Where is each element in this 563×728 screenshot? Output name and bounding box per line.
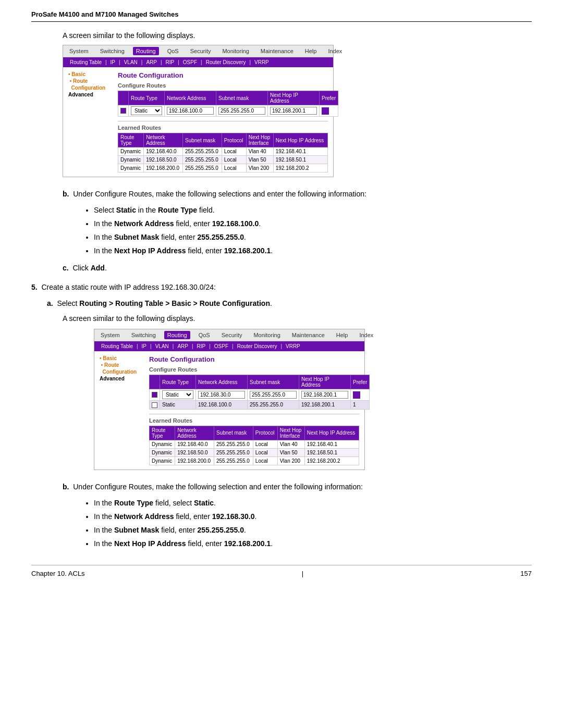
table-row: Dynamic192.168.50.0255.255.255.0LocalVla… bbox=[118, 156, 328, 164]
subnav2-rip[interactable]: RIP bbox=[194, 343, 209, 350]
nav2-route-config[interactable]: • Route bbox=[100, 362, 146, 368]
step-c-text: c. Click Add. bbox=[63, 263, 532, 274]
row2-1-checkbox[interactable] bbox=[152, 392, 157, 398]
subnet-mask-input-2[interactable] bbox=[250, 391, 297, 399]
step-b2-block: b. Under Configure Routes, make the foll… bbox=[63, 482, 532, 549]
doc-header: ProSafe M4100 and M7100 Managed Switches bbox=[31, 10, 532, 22]
nav-qos[interactable]: QoS bbox=[164, 47, 182, 55]
intro-text-2: A screen similar to the following displa… bbox=[63, 314, 532, 323]
lr2-col-network: NetworkAddress bbox=[175, 426, 214, 440]
subnet-mask-input[interactable] bbox=[218, 107, 265, 115]
next-hop-input[interactable] bbox=[270, 107, 317, 115]
nav2-basic[interactable]: • Basic bbox=[100, 355, 146, 361]
col-checkbox-1 bbox=[118, 91, 129, 105]
nav2-system[interactable]: System bbox=[97, 331, 123, 339]
subnav2-ip[interactable]: IP bbox=[139, 343, 149, 350]
subnav-arp[interactable]: ARP bbox=[143, 59, 160, 66]
subnav2-ospf[interactable]: OSPF bbox=[212, 343, 231, 350]
nav-advanced[interactable]: Advanced bbox=[68, 92, 115, 97]
main-content-1: Route Configuration Configure Routes Rou… bbox=[118, 71, 328, 172]
nav-help[interactable]: Help bbox=[302, 47, 320, 55]
configure-routes-table-1: Route Type Network Address Subnet mask N… bbox=[118, 91, 338, 117]
nav2-routing[interactable]: Routing bbox=[164, 331, 190, 339]
section-title-1: Route Configuration bbox=[118, 71, 328, 79]
nav-bar-1: System Switching Routing QoS Security Mo… bbox=[63, 45, 333, 57]
lr2-col-interface: Next HopInterface bbox=[277, 426, 304, 440]
subnav2-vlan[interactable]: VLAN bbox=[153, 343, 172, 350]
list-item: In the Network Address field, enter 192.… bbox=[94, 511, 532, 522]
next-hop-input-2[interactable] bbox=[301, 391, 348, 399]
nav2-index[interactable]: Index bbox=[356, 331, 376, 339]
subnav2-vrrp[interactable]: VRRP bbox=[283, 343, 303, 350]
col-subnet-mask-1: Subnet mask bbox=[216, 91, 268, 105]
row2-2-checkbox[interactable] bbox=[152, 402, 157, 408]
nav-route-config[interactable]: • Route bbox=[68, 78, 115, 84]
step-b-list: Select Static in the Route Type field. I… bbox=[94, 205, 532, 256]
col2-prefer: Prefer bbox=[351, 375, 370, 389]
step-b2-label: b. Under Configure Routes, make the foll… bbox=[63, 482, 532, 492]
list-item: In the Subnet Mask field, enter 255.255.… bbox=[94, 525, 532, 536]
intro-text-1: A screen similar to the following displa… bbox=[63, 31, 532, 40]
subnav2-arp[interactable]: ARP bbox=[175, 343, 191, 350]
subnav-vrrp[interactable]: VRRP bbox=[252, 59, 272, 66]
subnav-rip[interactable]: RIP bbox=[163, 59, 177, 66]
route-type-select[interactable]: Static bbox=[131, 106, 162, 115]
footer-separator: | bbox=[302, 570, 303, 577]
row1-checkbox[interactable] bbox=[120, 108, 126, 114]
nav2-advanced[interactable]: Advanced bbox=[100, 376, 146, 381]
nav-system[interactable]: System bbox=[66, 47, 92, 55]
lr-col-network: NetworkAddress bbox=[144, 133, 183, 147]
lr2-col-nexthop: Next Hop IP Address bbox=[304, 426, 359, 440]
subnav-vlan[interactable]: VLAN bbox=[121, 59, 140, 66]
lr2-col-type: RouteType bbox=[150, 426, 175, 440]
step-c-block: c. Click Add. bbox=[63, 263, 532, 274]
step-5-text: 5. Create a static route with IP address… bbox=[31, 282, 532, 293]
col2-network-address: Network Address bbox=[196, 375, 248, 389]
subnav2-routing-table[interactable]: Routing Table bbox=[99, 343, 136, 350]
lr2-col-protocol: Protocol bbox=[253, 426, 277, 440]
nav-basic[interactable]: • Basic bbox=[68, 71, 115, 77]
nav-switching[interactable]: Switching bbox=[97, 47, 128, 55]
table-row: Dynamic192.168.50.0255.255.255.0LocalVla… bbox=[150, 448, 359, 456]
subnav-routing-table[interactable]: Routing Table bbox=[67, 59, 104, 66]
col-prefer-1: Prefer bbox=[320, 91, 338, 105]
nav2-maintenance[interactable]: Maintenance bbox=[289, 331, 328, 339]
lr-col-nexthop: Next Hop IP Address bbox=[273, 133, 327, 147]
network-address-input-2[interactable] bbox=[198, 391, 245, 399]
list-item: Select Static in the Route Type field. bbox=[94, 205, 532, 216]
doc-footer: Chapter 10. ACLs | 157 bbox=[31, 565, 532, 577]
content-1: • Basic • Route Configuration Advanced R… bbox=[63, 67, 333, 177]
subnav-ospf[interactable]: OSPF bbox=[180, 59, 200, 66]
nav2-qos[interactable]: QoS bbox=[195, 331, 213, 339]
lr-col-mask: Subnet mask bbox=[182, 133, 222, 147]
nav2-monitoring[interactable]: Monitoring bbox=[250, 331, 283, 339]
nav-maintenance[interactable]: Maintenance bbox=[258, 47, 297, 55]
sub-nav-2: Routing Table | IP | VLAN | ARP | RIP | … bbox=[94, 341, 364, 351]
lr2-col-mask: Subnet mask bbox=[214, 426, 253, 440]
learned-routes-table-2: RouteType NetworkAddress Subnet mask Pro… bbox=[149, 426, 359, 465]
main-content-2: Route Configuration Configure Routes Rou… bbox=[149, 355, 359, 465]
nav-routing[interactable]: Routing bbox=[133, 47, 159, 55]
nav-index[interactable]: Index bbox=[325, 47, 345, 55]
network-address-input[interactable] bbox=[167, 107, 214, 115]
table-row: Static bbox=[150, 389, 370, 401]
step-5a-text: a. Select Routing > Routing Table > Basi… bbox=[47, 298, 532, 309]
table-row: Dynamic192.168.200.0255.255.255.0LocalVl… bbox=[118, 164, 328, 172]
subnav-ip[interactable]: IP bbox=[108, 59, 118, 66]
route-type-select-2[interactable]: Static bbox=[162, 390, 193, 399]
col2-route-type: Route Type bbox=[160, 375, 196, 389]
table-row: Dynamic192.168.40.0255.255.255.0LocalVla… bbox=[150, 440, 359, 448]
subnav-router-discovery[interactable]: Router Discovery bbox=[203, 59, 249, 66]
nav-security[interactable]: Security bbox=[187, 47, 214, 55]
list-item: In the Subnet Mask field, enter 255.255.… bbox=[94, 232, 532, 243]
configure-routes-table-2: Route Type Network Address Subnet mask N… bbox=[149, 375, 370, 410]
nav2-security[interactable]: Security bbox=[218, 331, 246, 339]
nav2-switching[interactable]: Switching bbox=[128, 331, 159, 339]
footer-right: 157 bbox=[520, 570, 532, 577]
nav2-configuration[interactable]: Configuration bbox=[100, 369, 146, 375]
configure-routes-title-1: Configure Routes bbox=[118, 82, 328, 89]
nav2-help[interactable]: Help bbox=[333, 331, 351, 339]
nav-monitoring[interactable]: Monitoring bbox=[219, 47, 252, 55]
nav-configuration[interactable]: Configuration bbox=[68, 85, 115, 91]
subnav2-router-discovery[interactable]: Router Discovery bbox=[235, 343, 280, 350]
